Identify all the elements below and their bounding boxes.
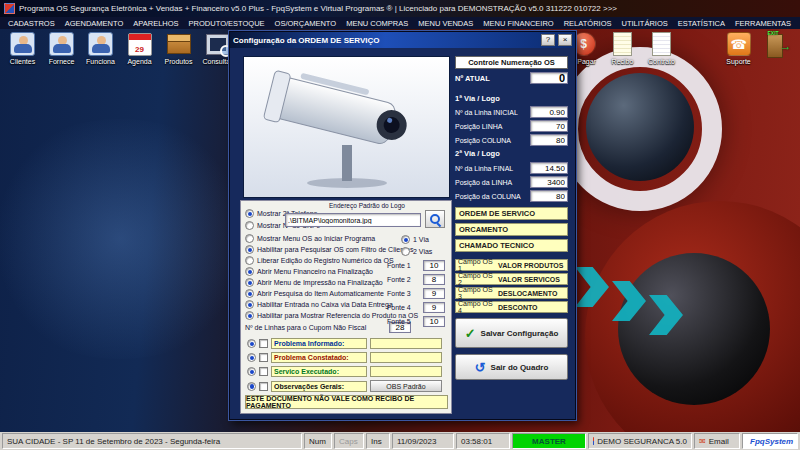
toolbar-funcionario-button[interactable]: Funciona	[81, 31, 120, 65]
radio-icon[interactable]	[245, 267, 254, 276]
toolbar-label: Contrato	[648, 58, 675, 65]
obs-padrao-button[interactable]: OBS Padrão	[370, 380, 442, 392]
radio-icon[interactable]	[245, 245, 254, 254]
toolbar-suporte-button[interactable]: ☎ Suporte	[719, 31, 758, 65]
menu-ajuda[interactable]: AJUDA	[796, 19, 800, 28]
toolbar-fornecedor-button[interactable]: Fornece	[42, 31, 81, 65]
dialog-title-bar[interactable]: Configuração da ORDEM DE SERVIÇO ? ×	[230, 32, 575, 48]
status-time: 03:58:01	[456, 433, 510, 449]
problema-constatado-field[interactable]	[370, 352, 442, 363]
dialog-help-button[interactable]: ?	[541, 34, 555, 46]
campo-os-2[interactable]: Campo OS 2 VALOR SERVICOS	[455, 273, 568, 285]
radio-icon[interactable]	[247, 367, 256, 376]
footer-disclaimer-field[interactable]: ESTE DOCUMENTO NÃO VALE COMO RECIBO DE P…	[245, 395, 448, 409]
status-email-button[interactable]: ✉ Email	[694, 433, 740, 449]
menu-agendamento[interactable]: AGENDAMENTO	[60, 19, 129, 28]
posicao-linha2-input[interactable]	[530, 176, 568, 188]
menu-ferramentas[interactable]: FERRAMENTAS	[730, 19, 796, 28]
menu-vendas[interactable]: MENU VENDAS	[413, 19, 478, 28]
back-arrow-icon: ↺	[475, 360, 486, 375]
logo-path-input[interactable]	[285, 213, 421, 227]
toolbar-clientes-button[interactable]: Clientes	[3, 31, 42, 65]
products-icon	[165, 31, 193, 57]
menu-os-orcamento[interactable]: OS/ORÇAMENTO	[270, 19, 342, 28]
app-window: Programa OS Segurança Eletrônica + Venda…	[0, 0, 800, 450]
radio-icon[interactable]	[401, 247, 410, 256]
posicao-linha-input[interactable]	[530, 120, 568, 132]
option-pesquisa-item-auto[interactable]: Abrir Pesquisa do Item Automaticamente	[245, 289, 384, 298]
radio-icon[interactable]	[245, 221, 254, 230]
menu-relatorios[interactable]: RELATÓRIOS	[559, 19, 617, 28]
radio-icon[interactable]	[245, 300, 254, 309]
radio-1-via[interactable]: 1 Via	[401, 235, 429, 244]
menu-compras[interactable]: MENU COMPRAS	[341, 19, 413, 28]
radio-icon[interactable]	[247, 353, 256, 362]
problema-informado-row[interactable]: Problema Informado:	[247, 338, 442, 349]
checkbox-icon[interactable]	[259, 339, 268, 348]
linha-final-input[interactable]	[530, 162, 568, 174]
exit-dialog-button[interactable]: ↺ Sair do Quadro	[455, 354, 568, 380]
radio-icon[interactable]	[245, 278, 254, 287]
chamado-tecnico-button[interactable]: CHAMADO TECNICO	[455, 239, 568, 252]
fonte-3-input[interactable]	[423, 288, 445, 299]
radio-icon[interactable]	[245, 289, 254, 298]
search-monitor-icon	[204, 31, 232, 57]
problema-constatado-row[interactable]: Problema Constatado:	[247, 352, 442, 363]
observacoes-gerais-row[interactable]: Observações Gerais: OBS Padrão	[247, 380, 442, 392]
campo-value: DESLOCAMENTO	[498, 290, 557, 297]
option-menu-impressao[interactable]: Abrir Menu de Impressão na Finalização	[245, 278, 383, 287]
problema-informado-field[interactable]	[370, 338, 442, 349]
option-menu-os-iniciar[interactable]: Mostrar Menu OS ao Iniciar Programa	[245, 234, 375, 243]
campo-label: Campo OS 3	[456, 286, 498, 300]
campo-os-3[interactable]: Campo OS 3 DESLOCAMENTO	[455, 287, 568, 299]
option-entrada-caixa[interactable]: Habilitar Entrada no Caixa via Data Entr…	[245, 300, 393, 309]
fonte-5-input[interactable]	[423, 316, 445, 327]
menu-financeiro[interactable]: MENU FINANCEIRO	[478, 19, 558, 28]
radio-icon[interactable]	[247, 339, 256, 348]
fonte-1-input[interactable]	[423, 260, 445, 271]
radio-icon[interactable]	[245, 209, 254, 218]
posicao-coluna-input[interactable]	[530, 134, 568, 146]
servico-executado-field[interactable]	[370, 366, 442, 377]
menu-cadastros[interactable]: CADASTROS	[3, 19, 60, 28]
toolbar-exit-button[interactable]: EXIT→	[758, 31, 797, 57]
toolbar-recibo-button[interactable]: Recibo	[603, 31, 642, 65]
toolbar-produtos-button[interactable]: Produtos	[159, 31, 198, 65]
fonte-4-input[interactable]	[423, 302, 445, 313]
radio-icon[interactable]	[401, 235, 410, 244]
logo-search-button[interactable]	[425, 210, 445, 228]
radio-icon[interactable]	[245, 311, 254, 320]
radio-icon[interactable]	[245, 234, 254, 243]
logo-path-label: Endereço Padrão do Logo	[329, 202, 405, 209]
checkbox-icon[interactable]	[259, 382, 268, 391]
menu-utilitarios[interactable]: UTILITÁRIOS	[616, 19, 672, 28]
radio-icon[interactable]	[247, 382, 256, 391]
option-pesquisar-os-filtro[interactable]: Habilitar para Pesquisar OS com Filtro d…	[245, 245, 413, 254]
dialog-close-button[interactable]: ×	[558, 34, 572, 46]
toolbar-label: Produtos	[164, 58, 192, 65]
radio-icon[interactable]	[245, 256, 254, 265]
servico-executado-row[interactable]: Servico Executado:	[247, 366, 442, 377]
campo-os-4[interactable]: Campo OS 4 DESCONTO	[455, 301, 568, 313]
checkbox-icon[interactable]	[259, 353, 268, 362]
numero-atual-input[interactable]	[530, 72, 568, 84]
toolbar-agenda-button[interactable]: 29 Agenda	[120, 31, 159, 65]
save-configuration-button[interactable]: ✓ Salvar Configuração	[455, 318, 568, 348]
fonte-2-input[interactable]	[423, 274, 445, 285]
posicao-coluna2-input[interactable]	[530, 190, 568, 202]
orcamento-button[interactable]: ORCAMENTO	[455, 223, 568, 236]
radio-2-vias[interactable]: 2 Vias	[401, 247, 432, 256]
menu-produto-estoque[interactable]: PRODUTO/ESTOQUE	[184, 19, 270, 28]
posicao-linha-row: Posição LINHA	[455, 120, 568, 132]
option-label: 2 Vias	[413, 248, 432, 255]
menu-aparelhos[interactable]: APARELHOS	[128, 19, 183, 28]
campo-os-1[interactable]: Campo OS 1 VALOR PRODUTOS	[455, 259, 568, 271]
checkbox-icon[interactable]	[259, 367, 268, 376]
ordem-de-servico-button[interactable]: ORDEM DE SERVICO	[455, 207, 568, 220]
option-liberar-edicao[interactable]: Liberar Edição do Registro Numérico da O…	[245, 256, 394, 265]
toolbar-contrato-button[interactable]: Contrato	[642, 31, 681, 65]
field-label: Nº da Linha INICIAL	[455, 109, 518, 116]
linha-inicial-input[interactable]	[530, 106, 568, 118]
option-menu-financeiro[interactable]: Abrir Menu Financeiro na Finalização	[245, 267, 373, 276]
menu-estatistica[interactable]: ESTATÍSTICA	[673, 19, 730, 28]
